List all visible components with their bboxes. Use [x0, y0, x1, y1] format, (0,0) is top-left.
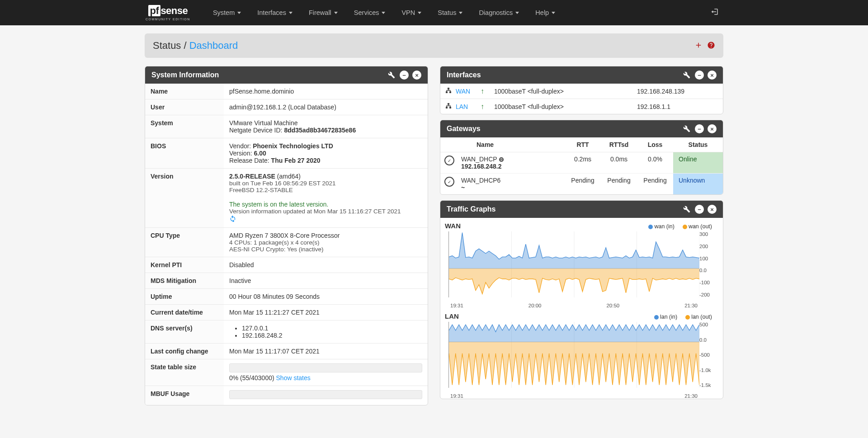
top-navbar: pfsense COMMUNITY EDITION SystemInterfac…	[0, 0, 868, 25]
sitemap-icon	[445, 87, 456, 95]
interface-media: 1000baseT <full-duplex>	[494, 88, 637, 95]
close-icon[interactable]: ×	[708, 205, 717, 214]
interface-ip: 192.168.248.139	[637, 88, 718, 95]
nav-item-status[interactable]: Status	[429, 1, 471, 24]
legend-item: lan (in)	[654, 314, 677, 320]
gw-header: Status	[673, 137, 723, 152]
minimize-icon[interactable]: −	[400, 71, 409, 80]
breadcrumb-current[interactable]: Dashboard	[189, 40, 238, 51]
brand-logo[interactable]: pfsense COMMUNITY EDITION	[140, 5, 196, 21]
panel-traffic-graphs: Traffic Graphs − × WANwan (in)wan (out)3…	[440, 200, 723, 399]
svg-rect-4	[446, 107, 448, 108]
check-circle-icon: ✓	[444, 155, 454, 165]
svg-rect-3	[448, 103, 449, 104]
gw-header: RTTsd	[601, 137, 637, 152]
y-tick-label: 300	[699, 231, 718, 237]
x-tick-label: 21:30	[684, 393, 698, 399]
arrow-up-icon: ↑	[481, 103, 494, 111]
svg-rect-1	[446, 92, 448, 93]
nav-item-vpn[interactable]: VPN	[393, 1, 429, 24]
gateway-rtt: Pending	[565, 174, 601, 195]
y-tick-label: -100	[699, 280, 718, 285]
x-tick-label: 19:31	[450, 393, 463, 399]
interface-row: WAN↑1000baseT <full-duplex>192.168.248.1…	[440, 84, 723, 99]
gw-header: Loss	[637, 137, 673, 152]
svg-rect-0	[448, 88, 449, 89]
y-tick-label: -500	[699, 352, 718, 358]
y-tick-label: 500	[699, 322, 718, 327]
gateway-row: ✓WAN_DHCP6~PendingPendingPendingUnknown	[440, 174, 723, 195]
y-tick-label: -1.5k	[699, 382, 718, 388]
svg-rect-2	[450, 92, 451, 93]
interface-link[interactable]: WAN	[456, 88, 481, 95]
x-tick-label: 20:50	[606, 303, 619, 308]
gateway-loss: Pending	[637, 174, 673, 195]
minimize-icon[interactable]: −	[695, 124, 704, 133]
svg-rect-5	[450, 107, 451, 108]
close-icon[interactable]: ×	[708, 124, 717, 133]
legend-item: wan (out)	[683, 223, 712, 230]
interface-row: LAN↑1000baseT <full-duplex>192.168.1.1	[440, 99, 723, 114]
refresh-icon[interactable]	[229, 216, 236, 223]
gateway-rttsd: 0.0ms	[601, 152, 637, 174]
close-icon[interactable]: ×	[412, 71, 421, 80]
nav-item-services[interactable]: Services	[346, 1, 394, 24]
x-tick-label: 19:31	[450, 303, 463, 308]
version-status-text: The system is on the latest version.	[229, 201, 422, 208]
wrench-icon[interactable]	[387, 71, 396, 80]
y-tick-label: 200	[699, 244, 718, 249]
panel-title: Traffic Graphs	[447, 205, 682, 213]
wrench-icon[interactable]	[682, 205, 691, 214]
y-tick-label: 0.0	[699, 268, 718, 273]
gateway-status: Online	[673, 152, 723, 174]
breadcrumb-root[interactable]: Status	[153, 40, 181, 51]
gateway-rttsd: Pending	[601, 174, 637, 195]
check-circle-icon: ✓	[444, 177, 454, 187]
dns-entry: 192.168.248.2	[242, 332, 422, 339]
help-icon[interactable]	[707, 41, 715, 51]
interface-link[interactable]: LAN	[456, 103, 481, 110]
y-tick-label: 100	[699, 256, 718, 261]
minimize-icon[interactable]: −	[695, 205, 704, 214]
panel-system-information: System Information − × Name pfSense.home…	[145, 66, 428, 405]
interface-media: 1000baseT <full-duplex>	[494, 103, 637, 110]
add-widget-icon[interactable]	[694, 41, 703, 51]
gateway-name: WAN_DHCP 192.168.248.2	[458, 152, 565, 174]
wrench-icon[interactable]	[682, 71, 691, 80]
gateway-loss: 0.0%	[637, 152, 673, 174]
x-tick-label: 21:30	[684, 303, 698, 308]
gateway-name: WAN_DHCP6~	[458, 174, 565, 195]
gw-header: Name	[458, 137, 565, 152]
gw-header: RTT	[565, 137, 601, 152]
panel-interfaces: Interfaces − × WAN↑1000baseT <full-duple…	[440, 66, 723, 114]
minimize-icon[interactable]: −	[695, 71, 704, 80]
wrench-icon[interactable]	[682, 124, 691, 133]
show-states-link[interactable]: Show states	[276, 374, 311, 381]
gateway-rtt: 0.2ms	[565, 152, 601, 174]
nav-item-diagnostics[interactable]: Diagnostics	[471, 1, 527, 24]
nav-item-interfaces[interactable]: Interfaces	[249, 1, 301, 24]
panel-title: System Information	[151, 71, 387, 79]
x-tick-label: 20:00	[528, 303, 542, 308]
nav-item-help[interactable]: Help	[527, 1, 563, 24]
close-icon[interactable]: ×	[708, 71, 717, 80]
gateway-row: ✓WAN_DHCP 192.168.248.20.2ms0.0ms0.0%Onl…	[440, 152, 723, 174]
chart-title: LAN	[445, 312, 459, 320]
state-table-progress	[229, 363, 422, 372]
legend-item: lan (out)	[685, 314, 712, 320]
sitemap-icon	[445, 102, 456, 111]
breadcrumb: Status / Dashboard	[145, 33, 723, 58]
chart-title: WAN	[445, 222, 461, 230]
traffic-chart-lan: 5000.0-500-1.0k-1.5k19:3121:30	[448, 322, 718, 399]
logout-icon[interactable]	[711, 8, 719, 18]
legend-item: wan (in)	[648, 223, 674, 230]
y-tick-label: -1.0k	[699, 367, 718, 373]
nav-item-firewall[interactable]: Firewall	[301, 1, 346, 24]
gateway-status: Unknown	[673, 174, 723, 195]
nav-item-system[interactable]: System	[205, 1, 249, 24]
panel-title: Interfaces	[447, 71, 682, 79]
mbuf-progress	[229, 390, 422, 399]
panel-title: Gateways	[447, 125, 682, 133]
arrow-up-icon: ↑	[481, 87, 494, 95]
y-tick-label: 0.0	[699, 337, 718, 343]
